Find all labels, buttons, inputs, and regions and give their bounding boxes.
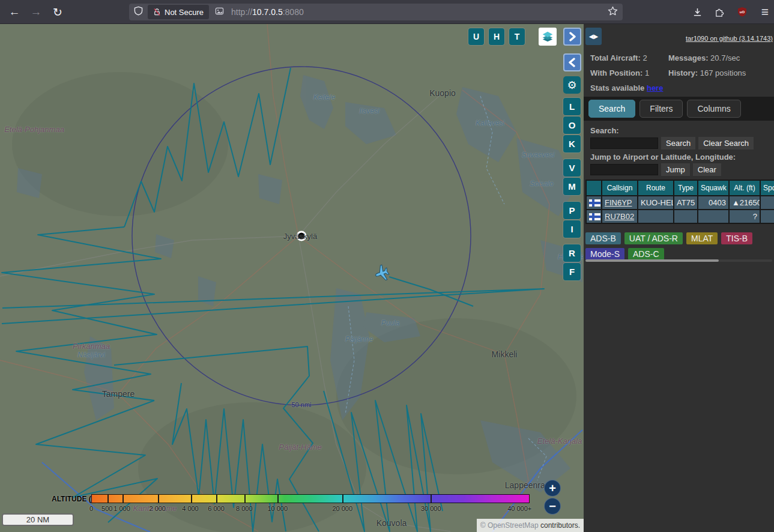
map-attribution: © OpenStreetMap contributors. [477,519,584,532]
ublock-icon[interactable]: uO [733,2,752,22]
back-button[interactable]: ← [5,2,24,22]
zoom-out-button[interactable]: − [544,498,561,515]
column-header[interactable]: Squawk [698,181,728,195]
page-icon [215,7,224,18]
security-chip[interactable]: Not Secure [148,5,209,19]
stat-item: Total Aircraft: 2 [590,53,668,62]
stat-label: History: [668,68,698,77]
callsign-link[interactable]: FIN6YP [605,198,632,207]
menu-hamburger-icon[interactable]: ≡ [755,2,774,22]
clear-search-button[interactable]: Clear Search [698,137,754,150]
column-header[interactable]: Alt. (ft) [730,181,760,195]
cell: 0403 [698,196,728,209]
map-button-h[interactable]: H [489,28,504,45]
altitude-tick-label: 500 [101,505,112,512]
badge-mlat: MLAT [686,232,718,244]
altitude-tick-label: 30 000 [421,505,441,512]
security-chip-label: Not Secure [165,8,204,17]
url-bar[interactable]: Not Secure http://10.7.0.5:8080 [129,4,623,20]
browser-toolbar: ← → ↻ Not Secure http://10.7.0.5:8080 [0,0,774,24]
altitude-tick [122,495,124,503]
table-row[interactable]: RU7B02? [587,210,774,223]
aircraft-icon[interactable] [373,264,390,283]
jump-button[interactable]: Jump [661,163,690,176]
altitude-tick-label: 6 000 [208,505,225,512]
tab-columns[interactable]: Columns [687,100,740,118]
layers-icon [541,30,554,43]
bookmark-star-icon[interactable] [608,6,618,19]
table-row[interactable]: FIN6YPKUO-HELAT750403▲2165022 [587,196,774,209]
zoom-in-button[interactable]: + [544,480,561,497]
map-button-u[interactable]: U [468,28,484,45]
clear-jump-button[interactable]: Clear [693,163,721,176]
jump-input[interactable] [590,164,658,175]
cell [698,210,728,223]
map[interactable]: Etelä-PohjanmaaKeiteleIisvesiKuopioKalla… [0,24,584,532]
altitude-tick-label: 2 000 [149,505,166,512]
shield-icon[interactable] [134,6,143,18]
search-input[interactable] [590,138,658,149]
search-pane: Search: Search Clear Search Jump to Airp… [590,126,770,179]
flag-icon-finland [589,213,600,220]
column-header[interactable]: Type [674,181,697,195]
panel-width-toggle-button[interactable]: ◀▶ [585,28,602,45]
stats-block: Total Aircraft: 2Messages: 20.7/secWith … [590,53,769,92]
cell [587,210,601,223]
downloads-icon[interactable] [688,2,707,22]
osm-attribution-link[interactable]: © OpenStreetMap [480,521,539,530]
chevron-left-icon [568,58,576,67]
forward-button[interactable]: → [26,2,46,22]
cell: ▲21650 [730,196,760,209]
gear-icon: ⚙ [567,79,576,92]
map-button-i[interactable]: I [563,220,581,238]
settings-gear-button[interactable]: ⚙ [563,76,581,94]
aircraft-table: CallsignRouteTypeSquawkAlt. (ft)Spd. (kt… [585,180,774,224]
cell: AT75 [674,196,697,209]
map-button-p[interactable]: P [563,202,581,219]
map-button-k[interactable]: K [563,135,581,153]
map-canvas [0,24,584,532]
cell: KUO-HEL [638,196,673,209]
tab-filters[interactable]: Filters [639,100,683,118]
callsign-link[interactable]: RU7B02 [605,212,634,221]
stat-item: History: 167 positions [668,68,769,77]
map-button-r[interactable]: R [563,244,581,262]
map-button-t[interactable]: T [509,28,525,45]
column-header[interactable]: Spd. (kt) [761,181,774,195]
stat-label: Total Aircraft: [590,53,641,62]
column-header[interactable]: Callsign [602,181,637,195]
map-button-m[interactable]: M [563,178,581,195]
cell: ? [730,210,760,223]
map-button-f[interactable]: F [563,263,581,280]
stats-available-label: Stats available [590,83,644,92]
layers-button[interactable] [539,28,557,46]
table-scrollbar-thumb[interactable] [585,259,719,262]
extensions-puzzle-icon[interactable] [710,2,729,22]
column-header[interactable]: Route [638,181,673,195]
altitude-tick [158,495,159,503]
altitude-tick [216,495,217,503]
altitude-tick [107,495,109,503]
column-header[interactable] [587,181,601,195]
badge-ads-c: ADS-C [628,248,664,260]
expand-panel-button[interactable] [563,28,581,46]
cell [587,196,601,209]
version-link[interactable]: tar1090 on github (3.14.1743) [686,35,773,42]
site-marker [297,231,307,241]
search-button[interactable]: Search [661,137,695,150]
altitude-tick [244,495,246,503]
cell: RU7B02 [602,210,637,223]
map-button-v[interactable]: V [563,159,581,177]
panel-tabs: SearchFiltersColumns [584,97,774,121]
flag-icon-finland [589,199,600,207]
source-legend-badges: ADS-BUAT / ADS-RMLATTIS-BMode-SADS-C [585,232,772,260]
altitude-tick-label: 40 000+ [507,505,531,512]
map-button-l[interactable]: L [563,98,581,115]
tab-search[interactable]: Search [588,100,635,118]
stats-here-link[interactable]: here [647,83,663,92]
map-button-o[interactable]: O [563,116,581,134]
altitude-tick [277,495,279,503]
reload-button[interactable]: ↻ [48,2,67,22]
altitude-tick-label: 4 000 [182,505,199,512]
collapse-map-button[interactable] [563,53,581,71]
